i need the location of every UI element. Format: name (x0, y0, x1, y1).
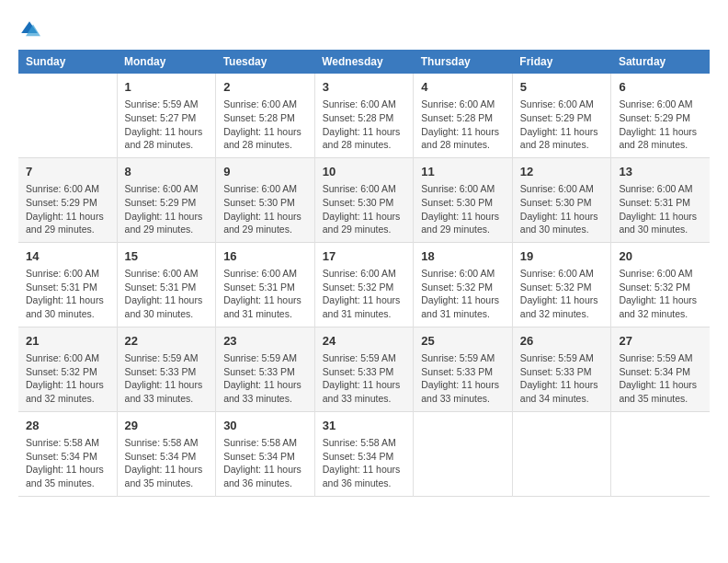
header-monday: Monday (117, 50, 216, 74)
calendar-cell: 17Sunrise: 6:00 AM Sunset: 5:32 PM Dayli… (314, 242, 414, 327)
calendar-cell: 7Sunrise: 6:00 AM Sunset: 5:29 PM Daylig… (18, 157, 117, 242)
calendar-cell: 21Sunrise: 6:00 AM Sunset: 5:32 PM Dayli… (18, 327, 117, 411)
day-number: 26 (520, 333, 604, 350)
day-number: 3 (323, 79, 406, 96)
cell-content: Sunrise: 6:00 AM Sunset: 5:29 PM Dayligh… (619, 98, 702, 152)
day-number: 22 (125, 333, 209, 350)
calendar-cell (414, 411, 513, 496)
cell-content: Sunrise: 5:58 AM Sunset: 5:34 PM Dayligh… (323, 436, 406, 490)
cell-content: Sunrise: 6:00 AM Sunset: 5:32 PM Dayligh… (520, 267, 604, 321)
day-number: 18 (421, 248, 505, 265)
calendar-cell: 25Sunrise: 5:59 AM Sunset: 5:33 PM Dayli… (414, 327, 513, 411)
cell-content: Sunrise: 6:00 AM Sunset: 5:31 PM Dayligh… (223, 267, 307, 321)
day-number: 8 (125, 164, 209, 180)
day-number: 4 (421, 79, 505, 96)
cell-content: Sunrise: 5:59 AM Sunset: 5:33 PM Dayligh… (125, 351, 209, 406)
calendar-cell: 9Sunrise: 6:00 AM Sunset: 5:30 PM Daylig… (216, 157, 315, 242)
cell-content: Sunrise: 5:59 AM Sunset: 5:34 PM Dayligh… (619, 351, 702, 406)
day-number: 17 (323, 248, 406, 265)
calendar-cell: 29Sunrise: 5:58 AM Sunset: 5:34 PM Dayli… (117, 411, 216, 496)
calendar-cell (512, 411, 611, 496)
day-number: 21 (26, 333, 109, 350)
day-number: 7 (26, 164, 109, 180)
logo-icon (18, 18, 40, 40)
day-number: 28 (26, 418, 109, 434)
day-number: 5 (520, 79, 604, 96)
calendar-cell: 24Sunrise: 5:59 AM Sunset: 5:33 PM Dayli… (314, 327, 414, 411)
week-row-5: 28Sunrise: 5:58 AM Sunset: 5:34 PM Dayli… (18, 411, 710, 496)
day-number: 30 (223, 418, 307, 434)
cell-content: Sunrise: 5:59 AM Sunset: 5:33 PM Dayligh… (323, 351, 406, 406)
day-number: 1 (125, 79, 209, 96)
calendar-cell: 18Sunrise: 6:00 AM Sunset: 5:32 PM Dayli… (414, 242, 513, 327)
cell-content: Sunrise: 6:00 AM Sunset: 5:29 PM Dayligh… (520, 98, 604, 152)
day-number: 24 (323, 333, 406, 350)
day-number: 25 (421, 333, 505, 350)
week-row-2: 7Sunrise: 6:00 AM Sunset: 5:29 PM Daylig… (18, 157, 710, 242)
calendar-cell: 30Sunrise: 5:58 AM Sunset: 5:34 PM Dayli… (216, 411, 315, 496)
calendar-cell (611, 411, 710, 496)
day-number: 16 (223, 248, 307, 265)
calendar-cell: 28Sunrise: 5:58 AM Sunset: 5:34 PM Dayli… (18, 411, 117, 496)
cell-content: Sunrise: 6:00 AM Sunset: 5:28 PM Dayligh… (323, 98, 406, 152)
day-number: 11 (421, 164, 505, 180)
day-number: 29 (125, 418, 209, 434)
week-row-1: 1Sunrise: 5:59 AM Sunset: 5:27 PM Daylig… (18, 74, 710, 157)
calendar-cell: 13Sunrise: 6:00 AM Sunset: 5:31 PM Dayli… (611, 157, 710, 242)
logo (18, 18, 44, 40)
header-friday: Friday (512, 50, 611, 74)
day-number: 27 (619, 333, 702, 350)
calendar-table: SundayMondayTuesdayWednesdayThursdayFrid… (18, 50, 710, 497)
cell-content: Sunrise: 6:00 AM Sunset: 5:29 PM Dayligh… (125, 182, 209, 236)
header-row: SundayMondayTuesdayWednesdayThursdayFrid… (18, 50, 710, 74)
cell-content: Sunrise: 5:59 AM Sunset: 5:27 PM Dayligh… (125, 98, 209, 152)
cell-content: Sunrise: 5:59 AM Sunset: 5:33 PM Dayligh… (223, 351, 307, 406)
day-number: 31 (323, 418, 406, 434)
calendar-cell: 31Sunrise: 5:58 AM Sunset: 5:34 PM Dayli… (314, 411, 414, 496)
day-number: 6 (619, 79, 702, 96)
calendar-cell: 14Sunrise: 6:00 AM Sunset: 5:31 PM Dayli… (18, 242, 117, 327)
week-row-4: 21Sunrise: 6:00 AM Sunset: 5:32 PM Dayli… (18, 327, 710, 411)
cell-content: Sunrise: 6:00 AM Sunset: 5:32 PM Dayligh… (26, 351, 109, 406)
day-number: 2 (223, 79, 307, 96)
cell-content: Sunrise: 5:59 AM Sunset: 5:33 PM Dayligh… (421, 351, 505, 406)
calendar-cell: 11Sunrise: 6:00 AM Sunset: 5:30 PM Dayli… (414, 157, 513, 242)
cell-content: Sunrise: 5:59 AM Sunset: 5:33 PM Dayligh… (520, 351, 604, 406)
calendar-cell: 19Sunrise: 6:00 AM Sunset: 5:32 PM Dayli… (512, 242, 611, 327)
calendar-cell: 16Sunrise: 6:00 AM Sunset: 5:31 PM Dayli… (216, 242, 315, 327)
day-number: 15 (125, 248, 209, 265)
day-number: 9 (223, 164, 307, 180)
calendar-cell: 8Sunrise: 6:00 AM Sunset: 5:29 PM Daylig… (117, 157, 216, 242)
cell-content: Sunrise: 6:00 AM Sunset: 5:28 PM Dayligh… (223, 98, 307, 152)
cell-content: Sunrise: 6:00 AM Sunset: 5:28 PM Dayligh… (421, 98, 505, 152)
header-wednesday: Wednesday (314, 50, 414, 74)
day-number: 14 (26, 248, 109, 265)
calendar-cell: 22Sunrise: 5:59 AM Sunset: 5:33 PM Dayli… (117, 327, 216, 411)
header-tuesday: Tuesday (216, 50, 315, 74)
calendar-cell: 27Sunrise: 5:59 AM Sunset: 5:34 PM Dayli… (611, 327, 710, 411)
calendar-cell: 26Sunrise: 5:59 AM Sunset: 5:33 PM Dayli… (512, 327, 611, 411)
day-number: 12 (520, 164, 604, 180)
page-header (18, 18, 710, 40)
calendar-cell: 20Sunrise: 6:00 AM Sunset: 5:32 PM Dayli… (611, 242, 710, 327)
cell-content: Sunrise: 5:58 AM Sunset: 5:34 PM Dayligh… (26, 436, 109, 490)
calendar-cell: 2Sunrise: 6:00 AM Sunset: 5:28 PM Daylig… (216, 74, 315, 157)
header-thursday: Thursday (414, 50, 513, 74)
cell-content: Sunrise: 6:00 AM Sunset: 5:31 PM Dayligh… (26, 267, 109, 321)
cell-content: Sunrise: 6:00 AM Sunset: 5:32 PM Dayligh… (619, 267, 702, 321)
calendar-cell: 10Sunrise: 6:00 AM Sunset: 5:30 PM Dayli… (314, 157, 414, 242)
day-number: 23 (223, 333, 307, 350)
calendar-cell: 15Sunrise: 6:00 AM Sunset: 5:31 PM Dayli… (117, 242, 216, 327)
calendar-cell: 23Sunrise: 5:59 AM Sunset: 5:33 PM Dayli… (216, 327, 315, 411)
header-saturday: Saturday (611, 50, 710, 74)
cell-content: Sunrise: 6:00 AM Sunset: 5:30 PM Dayligh… (520, 182, 604, 236)
cell-content: Sunrise: 6:00 AM Sunset: 5:31 PM Dayligh… (125, 267, 209, 321)
cell-content: Sunrise: 6:00 AM Sunset: 5:30 PM Dayligh… (421, 182, 505, 236)
week-row-3: 14Sunrise: 6:00 AM Sunset: 5:31 PM Dayli… (18, 242, 710, 327)
cell-content: Sunrise: 6:00 AM Sunset: 5:29 PM Dayligh… (26, 182, 109, 236)
day-number: 10 (323, 164, 406, 180)
calendar-cell (18, 74, 117, 157)
header-sunday: Sunday (18, 50, 117, 74)
cell-content: Sunrise: 6:00 AM Sunset: 5:30 PM Dayligh… (223, 182, 307, 236)
day-number: 20 (619, 248, 702, 265)
